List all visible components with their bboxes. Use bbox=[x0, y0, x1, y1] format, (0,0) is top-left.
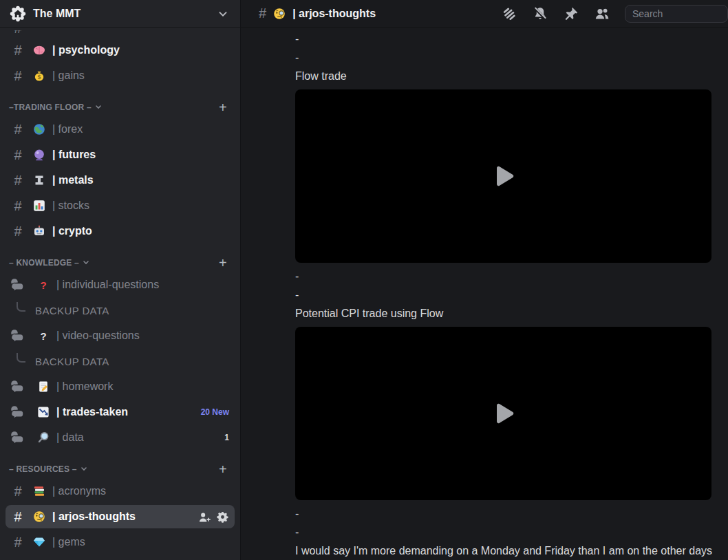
category-knowledge[interactable]: – KNOWLEDGE – + bbox=[0, 252, 240, 273]
play-icon[interactable] bbox=[489, 162, 518, 191]
channel-data[interactable]: | data 1 bbox=[6, 426, 235, 449]
bar-chart-icon bbox=[32, 198, 47, 213]
category-trading-floor[interactable]: –TRADING FLOOR – + bbox=[0, 97, 240, 118]
channel-gems[interactable]: # | gems bbox=[6, 530, 235, 554]
pinned-messages-icon[interactable] bbox=[563, 6, 579, 22]
thread-connector-icon bbox=[17, 302, 25, 312]
thread-label: BACKUP DATA bbox=[35, 356, 109, 367]
channel-acronyms[interactable]: # | acronyms bbox=[6, 480, 235, 503]
hash-icon: # bbox=[259, 6, 266, 21]
channel-gains[interactable]: # $ | gains bbox=[6, 64, 235, 87]
chat-header: # | arjos-thoughts bbox=[241, 0, 728, 28]
message-text: - bbox=[295, 286, 711, 304]
threads-icon[interactable] bbox=[501, 6, 517, 22]
forum-channel-icon bbox=[10, 277, 25, 292]
channel-label: | gains bbox=[52, 69, 85, 82]
server-header[interactable]: The MMT bbox=[0, 0, 240, 28]
robot-icon bbox=[32, 224, 47, 239]
chat-area: # | arjos-thoughts - - Flow trade - - Po… bbox=[240, 0, 728, 560]
chevron-down-icon[interactable] bbox=[215, 6, 231, 21]
add-channel-button[interactable]: + bbox=[219, 256, 227, 270]
channel-label: | stocks bbox=[52, 200, 89, 212]
hash-icon: # bbox=[10, 198, 26, 214]
channel-trades-taken[interactable]: | trades-taken 20 New bbox=[6, 400, 235, 424]
channel-stocks[interactable]: # | stocks bbox=[6, 194, 235, 217]
svg-text:$: $ bbox=[37, 74, 41, 80]
hash-icon: # bbox=[10, 173, 26, 189]
channel-futures[interactable]: # | futures bbox=[6, 143, 235, 166]
channel-label: | acronyms bbox=[52, 485, 106, 497]
server-name: The MMT bbox=[33, 8, 208, 20]
channel-metals[interactable]: # | metals bbox=[6, 169, 235, 192]
channel-label: | futures bbox=[52, 149, 96, 161]
channel-label: | arjos-thoughts bbox=[52, 510, 136, 523]
hash-icon: # bbox=[10, 122, 26, 138]
search-input[interactable] bbox=[625, 5, 728, 23]
category-label: –TRADING FLOOR – bbox=[9, 103, 92, 112]
money-bag-icon: $ bbox=[32, 68, 47, 83]
thread-label: BACKUP DATA bbox=[35, 305, 109, 316]
channel-individual-questions[interactable]: ? | individual-questions bbox=[6, 273, 235, 297]
message-text: I would say I'm more demanding on a Mond… bbox=[295, 541, 711, 560]
member-list-icon[interactable] bbox=[594, 6, 610, 22]
channel-label: | gems bbox=[52, 536, 85, 548]
forum-channel-icon bbox=[10, 328, 25, 343]
category-label: – RESOURCES – bbox=[9, 464, 77, 474]
globe-icon bbox=[32, 122, 47, 137]
channel-psychology[interactable]: # | psychology bbox=[6, 39, 235, 62]
unread-badge: 20 New bbox=[201, 407, 229, 417]
video-attachment[interactable] bbox=[295, 89, 711, 263]
memo-icon bbox=[36, 379, 51, 394]
hash-icon: # bbox=[10, 509, 26, 525]
hash-icon: # bbox=[10, 30, 26, 36]
thread-backup-data[interactable]: BACKUP DATA bbox=[6, 299, 235, 322]
server-home-badge-icon bbox=[10, 6, 26, 22]
message-list: - - Flow trade - - Potential CPI trade u… bbox=[241, 28, 728, 560]
channel-crypto[interactable]: # | crypto bbox=[6, 219, 235, 243]
add-channel-button[interactable]: + bbox=[219, 100, 227, 114]
thread-connector-icon bbox=[17, 353, 25, 363]
channel-forex[interactable]: # | forex bbox=[6, 118, 235, 141]
channel-label: | trades-taken bbox=[56, 406, 128, 418]
video-attachment[interactable] bbox=[295, 327, 711, 500]
hash-icon: # bbox=[10, 147, 26, 163]
channel-label: | data bbox=[56, 431, 84, 444]
i-beam-icon bbox=[32, 173, 47, 188]
monocle-face-icon bbox=[32, 509, 47, 524]
message-text: Potential CPI trade using Flow bbox=[295, 304, 711, 323]
crystal-ball-icon bbox=[32, 147, 47, 162]
channel-video-questions[interactable]: ? | video-questions bbox=[6, 324, 235, 347]
invite-people-icon[interactable] bbox=[197, 510, 211, 524]
add-channel-button[interactable]: + bbox=[219, 462, 227, 476]
channel-arjos-thoughts[interactable]: # | arjos-thoughts bbox=[6, 505, 235, 528]
channel-partial: # bbox=[0, 30, 240, 39]
category-label: – KNOWLEDGE – bbox=[9, 258, 79, 268]
category-resources[interactable]: – RESOURCES – + bbox=[0, 459, 240, 480]
brain-icon bbox=[32, 43, 47, 58]
header-toolbar bbox=[487, 6, 610, 22]
hash-icon: # bbox=[10, 535, 26, 550]
channel-label: | psychology bbox=[52, 44, 120, 56]
thread-backup-data[interactable]: BACKUP DATA bbox=[6, 349, 235, 373]
play-icon[interactable] bbox=[489, 399, 518, 428]
hash-icon: # bbox=[10, 43, 26, 58]
monocle-face-icon bbox=[272, 6, 287, 21]
channel-label: | crypto bbox=[52, 225, 92, 237]
hash-icon: # bbox=[10, 68, 26, 84]
message-text: - bbox=[295, 48, 711, 67]
channel-settings-gear-icon[interactable] bbox=[216, 510, 229, 524]
channel-homework[interactable]: | homework bbox=[6, 375, 235, 398]
notifications-muted-bell-icon[interactable] bbox=[532, 6, 548, 22]
forum-channel-icon bbox=[10, 379, 25, 394]
gem-icon bbox=[32, 535, 47, 550]
count-badge: 1 bbox=[224, 433, 229, 442]
hash-icon: # bbox=[10, 224, 26, 239]
hash-icon: # bbox=[10, 484, 26, 499]
channel-label: | individual-questions bbox=[56, 279, 159, 291]
channel-title: | arjos-thoughts bbox=[292, 8, 376, 20]
chart-down-icon bbox=[36, 405, 51, 420]
red-question-icon: ? bbox=[36, 277, 51, 292]
channel-label: | metals bbox=[52, 174, 94, 186]
message-text: - bbox=[295, 267, 711, 286]
message-text: Flow trade bbox=[295, 67, 711, 85]
